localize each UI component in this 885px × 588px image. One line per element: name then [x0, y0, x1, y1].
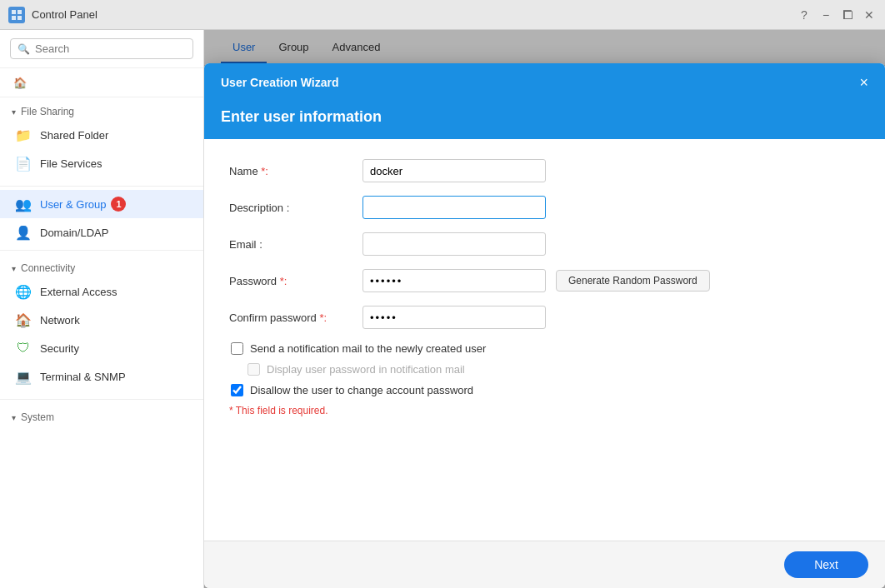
notify-label: Send a notification mail to the newly cr… [250, 342, 486, 355]
display-password-checkbox-row: Display user password in notification ma… [229, 363, 860, 376]
dialog-subtitle: Enter user information [204, 102, 885, 139]
password-field-row: Password *: Generate Random Password [229, 269, 860, 292]
terminal-snmp-label: Terminal & SNMP [40, 371, 126, 383]
name-required-star: *: [261, 165, 268, 177]
dialog-close-button[interactable]: × [859, 75, 868, 90]
system-arrow: ▾ [12, 413, 16, 422]
svg-rect-0 [12, 10, 16, 14]
sidebar-item-external-access[interactable]: 🌐 External Access [0, 277, 203, 306]
name-label: Name *: [229, 165, 362, 177]
security-label: Security [40, 342, 79, 355]
user-creation-dialog: User Creation Wizard × Enter user inform… [204, 63, 885, 588]
file-sharing-arrow: ▾ [12, 107, 16, 117]
app-icon [8, 7, 25, 23]
user-group-badge: 1 [111, 197, 126, 212]
confirm-password-field-row: Confirm password *: [229, 306, 860, 329]
sidebar-section-system: ▾ System [0, 403, 203, 431]
divider-2 [0, 250, 203, 251]
dialog-title: User Creation Wizard [221, 76, 338, 89]
confirm-password-required-star: *: [319, 311, 327, 324]
file-sharing-label: File Sharing [21, 106, 74, 117]
main-layout: 🔍 🏠 ▾ File Sharing 📁 Shared Folder [0, 30, 885, 588]
folder-icon: 📁 [15, 127, 32, 143]
svg-rect-2 [12, 16, 16, 20]
sidebar-item-home[interactable]: 🏠 [0, 68, 203, 97]
password-input[interactable] [362, 269, 546, 292]
dialog-subtitle-text: Enter user information [221, 108, 868, 126]
sidebar-item-network[interactable]: 🏠 Network [0, 306, 203, 334]
name-input[interactable] [362, 159, 546, 182]
file-sharing-header[interactable]: ▾ File Sharing [0, 102, 203, 121]
connectivity-header[interactable]: ▾ Connectivity [0, 259, 203, 277]
email-field-row: Email : [229, 232, 860, 256]
network-icon: 🏠 [15, 311, 32, 328]
notify-checkbox-row: Send a notification mail to the newly cr… [229, 342, 860, 355]
sidebar-section-file-sharing: ▾ File Sharing 📁 Shared Folder 📄 File Se… [0, 97, 203, 182]
dialog-overlay: User Creation Wizard × Enter user inform… [204, 30, 885, 588]
content-area: User Group Advanced Create 2 Edit [204, 30, 885, 588]
sidebar: 🔍 🏠 ▾ File Sharing 📁 Shared Folder [0, 30, 204, 588]
password-required-star: *: [280, 275, 288, 287]
external-access-label: External Access [40, 286, 118, 298]
window-title: Control Panel [32, 8, 797, 21]
close-window-button[interactable]: ✕ [862, 7, 877, 22]
system-header[interactable]: ▾ System [0, 408, 203, 426]
maximize-button[interactable]: ⧠ [840, 7, 855, 22]
home-icon: 🏠 [12, 74, 28, 91]
network-label: Network [40, 314, 80, 326]
domain-icon: 👤 [15, 224, 32, 241]
dialog-body: Name *: Description : [204, 139, 885, 541]
generate-password-button[interactable]: Generate Random Password [556, 270, 710, 292]
description-input[interactable] [362, 196, 546, 219]
email-input[interactable] [362, 232, 546, 256]
dialog-header: User Creation Wizard × [204, 63, 885, 102]
main-window: Control Panel ? − ⧠ ✕ 🔍 🏠 ▾ [0, 0, 885, 588]
sidebar-item-domain-ldap[interactable]: 👤 Domain/LDAP [0, 218, 203, 247]
dialog-footer: Next [204, 541, 885, 588]
file-services-label: File Services [40, 157, 102, 170]
sidebar-item-user-group[interactable]: 👥 User & Group 1 [0, 190, 203, 218]
search-box[interactable]: 🔍 [10, 38, 193, 59]
svg-rect-1 [18, 10, 22, 14]
name-field-row: Name *: [229, 159, 860, 182]
terminal-icon: 💻 [15, 368, 32, 385]
search-icon: 🔍 [18, 43, 30, 55]
divider-1 [0, 186, 203, 187]
sidebar-section-connectivity: ▾ Connectivity 🌐 External Access 🏠 Netwo… [0, 254, 203, 396]
sidebar-item-security[interactable]: 🛡 Security [0, 334, 203, 362]
security-icon: 🛡 [15, 340, 32, 356]
sidebar-item-terminal-snmp[interactable]: 💻 Terminal & SNMP [0, 362, 203, 391]
next-button[interactable]: Next [784, 551, 868, 578]
display-password-checkbox[interactable] [248, 363, 260, 376]
description-field-row: Description : [229, 196, 860, 219]
notify-checkbox[interactable] [231, 342, 243, 355]
system-label: System [21, 411, 54, 423]
divider-3 [0, 399, 203, 400]
disallow-change-checkbox-row: Disallow the user to change account pass… [229, 384, 860, 396]
required-note: * This field is required. [229, 405, 860, 416]
domain-ldap-label: Domain/LDAP [40, 227, 108, 239]
search-input[interactable] [35, 42, 186, 55]
user-group-label: User & Group [40, 198, 106, 211]
disallow-change-label: Disallow the user to change account pass… [250, 384, 473, 396]
titlebar: Control Panel ? − ⧠ ✕ [0, 0, 885, 30]
sidebar-search-area: 🔍 [0, 30, 203, 68]
sidebar-item-shared-folder[interactable]: 📁 Shared Folder [0, 121, 203, 149]
file-services-icon: 📄 [15, 155, 32, 172]
shared-folder-label: Shared Folder [40, 129, 108, 142]
disallow-change-checkbox[interactable] [231, 384, 243, 396]
sidebar-item-file-services[interactable]: 📄 File Services [0, 149, 203, 177]
password-label: Password *: [229, 275, 362, 287]
description-label: Description : [229, 202, 362, 214]
display-password-label: Display user password in notification ma… [267, 363, 465, 376]
external-access-icon: 🌐 [15, 283, 32, 300]
help-button[interactable]: ? [797, 7, 812, 22]
user-group-icon: 👥 [15, 196, 32, 212]
window-controls: ? − ⧠ ✕ [797, 7, 877, 22]
svg-rect-3 [18, 16, 22, 20]
confirm-password-input[interactable] [362, 306, 546, 329]
confirm-password-label: Confirm password *: [229, 311, 362, 324]
connectivity-arrow: ▾ [12, 264, 16, 273]
minimize-button[interactable]: − [818, 7, 833, 22]
email-label: Email : [229, 238, 362, 251]
